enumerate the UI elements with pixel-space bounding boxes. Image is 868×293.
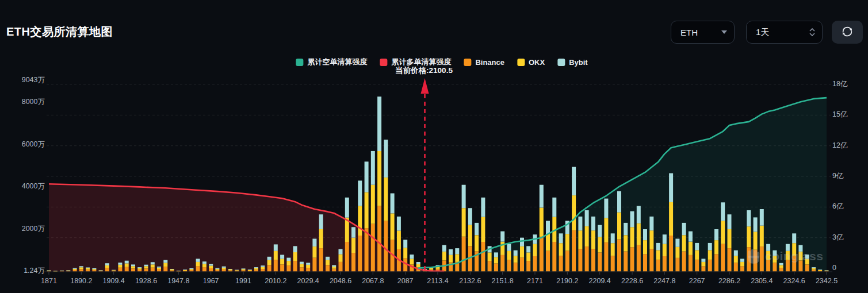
x-axis-tick: 2190.2: [551, 277, 583, 285]
y-axis-right-tick: 18亿: [832, 80, 847, 88]
y-axis-right-tick: 3亿: [832, 233, 843, 241]
x-axis-tick: 2171: [519, 277, 551, 285]
y-axis-right-tick: 15亿: [832, 110, 847, 118]
x-axis-tick: 2151.8: [487, 277, 519, 285]
x-axis-tick: 2010.2: [259, 277, 292, 285]
x-axis-tick: 2342.5: [810, 277, 843, 285]
y-axis-left-tick: 1.24万: [16, 267, 45, 275]
y-axis-left-tick: 4000万: [16, 182, 45, 190]
x-axis-tick: 1871: [33, 277, 65, 285]
y-axis-right-tick: 12亿: [832, 141, 847, 149]
x-axis-tick: 2048.6: [324, 277, 357, 285]
x-axis-tick: 2132.6: [454, 277, 486, 285]
x-axis-tick: 1890.2: [65, 277, 97, 285]
x-axis-tick: 1967: [195, 277, 227, 285]
y-axis-left-tick: 2000万: [16, 225, 45, 233]
x-axis-tick: 2087: [389, 277, 422, 285]
x-axis-tick: 1947.8: [162, 277, 194, 285]
x-axis-tick: 1991: [227, 277, 259, 285]
x-axis-tick: 2209.4: [584, 277, 616, 285]
y-axis-right-tick: 9亿: [832, 172, 843, 180]
x-axis-tick: 2228.6: [616, 277, 648, 285]
x-axis-tick: 2267: [681, 277, 713, 285]
y-axis-right-tick: 6亿: [832, 202, 843, 210]
x-axis-tick: 2247.8: [648, 277, 680, 285]
x-axis-tick: 2113.4: [422, 277, 454, 285]
x-axis-tick: 2067.8: [357, 277, 389, 285]
y-axis-left-tick: 6000万: [16, 140, 45, 148]
liquidation-chart-canvas[interactable]: [0, 0, 868, 293]
y-axis-left-tick: 9043万: [16, 76, 45, 84]
x-axis-tick: 1909.4: [98, 277, 130, 285]
liquidation-map-page: ETH交易所清算地图 ETH 1天: [0, 0, 868, 293]
y-axis-left-tick: 8000万: [16, 98, 45, 106]
x-axis-tick: 2305.4: [745, 277, 778, 285]
x-axis-tick: 2286.2: [713, 277, 745, 285]
y-axis-right-tick: 0: [832, 264, 836, 272]
x-axis-tick: 1928.6: [130, 277, 162, 285]
x-axis-tick: 2324.6: [778, 277, 810, 285]
x-axis-tick: 2029.4: [292, 277, 324, 285]
